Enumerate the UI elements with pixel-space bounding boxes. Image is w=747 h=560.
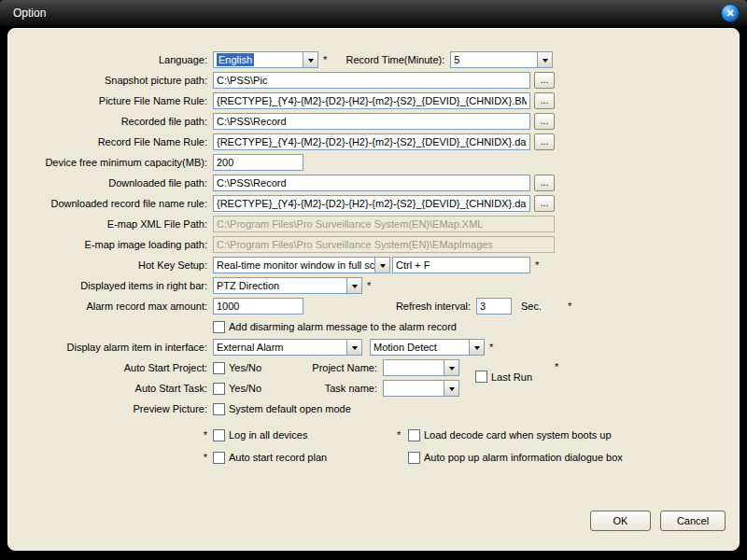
chevron-down-icon[interactable] — [303, 52, 317, 67]
min-capacity-input[interactable] — [213, 154, 303, 171]
row-download-rule: Downloaded record file name rule: ... — [8, 195, 739, 212]
snapshot-path-label: Snapshot picture path: — [8, 75, 213, 86]
chevron-down-icon[interactable] — [444, 381, 458, 396]
row-picture-rule: Picture File Name Rule: ... — [8, 92, 739, 109]
browse-button[interactable]: ... — [534, 72, 555, 89]
picture-rule-label: Picture File Name Rule: — [8, 95, 213, 106]
right-bar-select[interactable]: PTZ Direction — [213, 277, 362, 294]
row-auto-project: Auto Start Project: Yes/No Project Name:… — [8, 359, 739, 376]
record-time-select[interactable]: 5 — [450, 51, 553, 68]
language-label: Language: — [8, 54, 213, 65]
row-right-bar: Displayed items in right bar: PTZ Direct… — [8, 277, 739, 294]
picture-rule-input[interactable] — [213, 92, 530, 109]
emap-xml-input — [213, 216, 555, 232]
alarm-interface-label: Display alarm item in interface: — [8, 342, 213, 353]
preview-checkbox[interactable] — [213, 403, 225, 415]
recorded-path-label: Recorded file path: — [8, 116, 213, 127]
row-alarm-interface: Display alarm item in interface: Externa… — [8, 339, 739, 356]
browse-button[interactable]: ... — [534, 195, 555, 212]
refresh-input[interactable] — [476, 298, 512, 315]
row-hotkey: Hot Key Setup: Real-time monitor window … — [8, 257, 739, 273]
required-asterisk: * — [367, 280, 371, 291]
close-icon[interactable]: ✕ — [721, 4, 740, 22]
row-emap-xml: E-map XML File Path: — [8, 216, 739, 232]
recorded-path-input[interactable] — [213, 113, 530, 130]
required-asterisk: * — [397, 429, 408, 441]
preview-label: Preview Picture: — [8, 403, 213, 414]
row-recorded-path: Recorded file path: ... — [8, 113, 739, 130]
auto-project-checkbox[interactable] — [213, 362, 225, 374]
auto-project-yesno: Yes/No — [229, 362, 280, 373]
disarm-checkbox[interactable] — [213, 321, 225, 333]
record-time-label: Record Time(Minute): — [327, 54, 450, 65]
decode-card-label: Load decode card when system boots up — [424, 429, 612, 441]
language-select[interactable]: English — [213, 51, 318, 68]
row-disarm: Add disarming alarm message to the alarm… — [8, 318, 739, 335]
preview-check-label: System default open mode — [229, 403, 351, 414]
chevron-down-icon[interactable] — [374, 258, 389, 273]
download-rule-label: Downloaded record file name rule: — [8, 198, 213, 209]
required-asterisk: * — [535, 259, 539, 271]
title-bar: Option ✕ — [0, 0, 747, 26]
decode-card-checkbox[interactable] — [408, 429, 420, 441]
disarm-label: Add disarming alarm message to the alarm… — [229, 321, 457, 332]
snapshot-path-input[interactable] — [213, 72, 530, 89]
login-all-checkbox[interactable] — [213, 429, 225, 441]
download-path-label: Downloaded file path: — [8, 177, 213, 189]
emap-img-label: E-map image loading path: — [8, 239, 213, 250]
chevron-down-icon[interactable] — [537, 52, 552, 67]
right-bar-label: Displayed items in right bar: — [8, 280, 213, 291]
chevron-down-icon[interactable] — [469, 340, 484, 355]
dialog-footer: OK Cancel — [8, 511, 739, 531]
required-asterisk: * — [555, 361, 558, 372]
row-record-popup: * Auto start record plan Auto pop up ala… — [8, 449, 739, 466]
browse-button[interactable]: ... — [534, 175, 555, 191]
row-min-capacity: Device free minimum capacity(MB): — [8, 154, 739, 171]
download-path-input[interactable] — [213, 175, 530, 191]
project-name-label: Project Name: — [280, 362, 383, 373]
task-name-label: Task name: — [280, 383, 383, 394]
auto-record-checkbox[interactable] — [213, 452, 225, 464]
ok-button[interactable]: OK — [590, 511, 651, 531]
browse-button[interactable]: ... — [534, 113, 555, 130]
row-auto-task: Auto Start Task: Yes/No Task name: — [8, 380, 739, 397]
refresh-label: Refresh interval: — [303, 301, 476, 312]
row-emap-img: E-map image loading path: — [8, 236, 739, 253]
min-capacity-label: Device free minimum capacity(MB): — [8, 157, 213, 168]
language-value: English — [217, 53, 254, 66]
task-name-select[interactable] — [383, 380, 459, 397]
emap-xml-label: E-map XML File Path: — [8, 218, 213, 230]
emap-img-input — [213, 236, 555, 253]
login-all-label: Log in all devices — [229, 429, 307, 441]
browse-button[interactable]: ... — [534, 92, 555, 109]
alarm-interface-select-2[interactable]: Motion Detect — [370, 339, 485, 356]
popup-alarm-label: Auto pop up alarm information dialogue b… — [424, 452, 623, 463]
project-name-select[interactable] — [383, 359, 459, 376]
auto-project-label: Auto Start Project: — [8, 362, 213, 373]
alarm-max-label: Alarm record max amount: — [8, 301, 213, 312]
popup-alarm-checkbox[interactable] — [408, 452, 420, 464]
required-asterisk: * — [8, 452, 213, 463]
auto-task-checkbox[interactable] — [213, 383, 225, 395]
record-rule-input[interactable] — [213, 133, 530, 150]
window-title: Option — [13, 7, 46, 20]
chevron-down-icon[interactable] — [346, 278, 361, 293]
row-download-path: Downloaded file path: ... — [8, 175, 739, 191]
row-record-rule: Record File Name Rule: ... — [8, 133, 739, 150]
chevron-down-icon[interactable] — [444, 360, 458, 375]
auto-record-label: Auto start record plan — [229, 452, 327, 463]
required-asterisk: * — [489, 342, 493, 353]
auto-task-yesno: Yes/No — [229, 383, 280, 394]
alarm-interface-select-1[interactable]: External Alarm — [213, 339, 362, 356]
alarm-max-input[interactable] — [213, 298, 303, 315]
row-alarm-max: Alarm record max amount: Refresh interva… — [8, 298, 739, 315]
auto-task-label: Auto Start Task: — [8, 383, 213, 394]
cancel-button[interactable]: Cancel — [660, 511, 726, 531]
browse-button[interactable]: ... — [534, 133, 555, 150]
option-panel: Language: English * Record Time(Minute):… — [7, 28, 740, 551]
hotkey-key-input[interactable] — [392, 257, 530, 273]
chevron-down-icon[interactable] — [346, 340, 361, 355]
hotkey-label: Hot Key Setup: — [8, 259, 213, 271]
download-rule-input[interactable] — [213, 195, 530, 212]
hotkey-action-select[interactable]: Real-time monitor window in full sc — [213, 257, 390, 273]
